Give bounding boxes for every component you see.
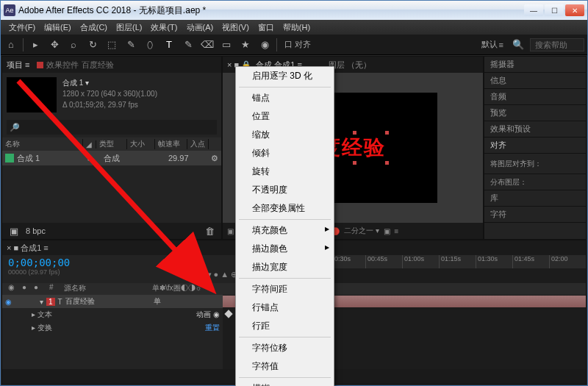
col-in[interactable]: 入点	[187, 139, 209, 149]
ctx-item[interactable]: 行距	[236, 317, 334, 335]
ctx-item[interactable]: 旋转	[236, 162, 334, 181]
menu-help[interactable]: 帮助(H)	[279, 21, 314, 35]
panel-audio[interactable]: 音频	[484, 89, 586, 105]
item-name: 合成 1	[17, 153, 85, 164]
viewer-grid-icon[interactable]: ▣	[384, 227, 390, 235]
camera-tool[interactable]: ⬚	[104, 37, 119, 52]
panel-info[interactable]: 信息	[484, 73, 586, 89]
layer-text-group[interactable]: ▸ 文本 动画 ◉	[2, 308, 223, 321]
tick: 00:45s	[365, 255, 402, 268]
col-size[interactable]: 大小	[127, 139, 155, 149]
tab-effect-controls[interactable]: 效果控件 百度经验	[37, 60, 113, 71]
hand-tool[interactable]: ✥	[47, 37, 62, 52]
tl-search-icon[interactable]: 🔎	[195, 270, 205, 279]
ctx-item[interactable]: 不透明度	[236, 181, 334, 199]
min-button[interactable]: —	[524, 4, 543, 16]
ctx-item[interactable]: 字符间距	[236, 280, 334, 299]
viewer-resolution[interactable]: 二分之一 ▾	[344, 226, 379, 236]
ctx-item[interactable]: 行锚点	[236, 299, 334, 317]
layer-row-1[interactable]: ◉ ▾ 1 T 百度经验 单	[2, 295, 223, 308]
eye-icon[interactable]: ◉	[5, 298, 12, 306]
menu-effect[interactable]: 效果(T)	[147, 21, 181, 35]
selection-handle[interactable]	[385, 161, 389, 165]
col-name[interactable]: 名称	[2, 139, 83, 149]
ctx-item[interactable]: 字符值	[236, 357, 334, 376]
roto-tool[interactable]: ◉	[257, 37, 272, 52]
col-tag[interactable]: ◢	[83, 140, 96, 149]
ctx-item[interactable]: 缩放	[236, 126, 334, 144]
menu-anim[interactable]: 动画(A)	[183, 21, 218, 35]
current-timecode[interactable]: 0;00;00;00	[8, 257, 189, 268]
menu-comp[interactable]: 合成(C)	[76, 21, 111, 35]
menu-view[interactable]: 视图(V)	[218, 21, 253, 35]
brush-tool[interactable]: ⌫	[200, 37, 215, 52]
ctx-item[interactable]: 描边宽度	[236, 258, 334, 276]
selection-handle[interactable]	[385, 131, 389, 135]
max-button[interactable]: ☐	[545, 4, 564, 16]
zoom-tool[interactable]: ⌕	[66, 37, 81, 52]
tab-project[interactable]: 项目 ≡	[7, 60, 29, 71]
col-fps[interactable]: 帧速率	[155, 139, 187, 149]
ctx-item[interactable]: 描边颜色	[236, 240, 334, 258]
rotate-tool[interactable]: ↻	[85, 37, 100, 52]
help-search[interactable]	[530, 38, 584, 51]
panel-align[interactable]: 对齐	[484, 137, 586, 154]
project-filter[interactable]: 🔎	[7, 120, 217, 135]
menu-window[interactable]: 窗口	[254, 21, 278, 35]
menu-layer[interactable]: 图层(L)	[112, 21, 146, 35]
eraser-tool[interactable]: ★	[238, 37, 253, 52]
panel-effects-presets[interactable]: 效果和预设	[484, 121, 586, 137]
panel-library[interactable]: 库	[484, 190, 586, 207]
menu-file[interactable]: 文件(F)	[5, 21, 39, 35]
keyframe-icon[interactable]	[224, 310, 232, 318]
ctx-item[interactable]: 启用逐字 3D 化	[236, 67, 334, 85]
ctx-item[interactable]: 倾斜	[236, 144, 334, 162]
comp-name[interactable]: 合成 1 ▾	[62, 77, 157, 88]
shape-tool[interactable]: ⬯	[143, 37, 157, 52]
interpret-footage-icon[interactable]: ▣	[7, 224, 21, 238]
home-icon[interactable]: ⌂	[4, 37, 18, 52]
layer-type-icon: T	[58, 298, 62, 306]
selection-handle[interactable]	[353, 161, 356, 165]
layer-switch-cols: ◉●●	[2, 283, 46, 295]
comp-thumbnail[interactable]	[7, 77, 57, 112]
tl-shy-icon[interactable]: ●	[214, 270, 219, 279]
animate-button[interactable]: 动画 ◉	[196, 310, 220, 320]
animate-context-menu[interactable]: 启用逐字 3D 化锚点位置缩放倾斜旋转不透明度全部变换属性填充颜色描边颜色描边宽…	[235, 66, 334, 386]
selection-handle[interactable]	[353, 131, 356, 135]
clone-tool[interactable]: ▭	[219, 37, 234, 52]
menu-edit[interactable]: 编辑(E)	[40, 21, 75, 35]
ctx-item[interactable]: 位置	[236, 107, 334, 126]
source-name-col[interactable]: 源名称	[61, 283, 149, 295]
ctx-item[interactable]: 锚点	[236, 89, 334, 107]
panel-wiggler[interactable]: 摇摄器	[484, 57, 586, 73]
timeline-tab[interactable]: × ■ 合成1 ≡	[7, 243, 49, 254]
layer-transform-group[interactable]: ▸ 变换 重置	[2, 321, 223, 335]
help-search-input[interactable]	[535, 40, 579, 49]
ctx-item[interactable]: 全部变换属性	[236, 199, 334, 218]
tl-frameblend-icon[interactable]: ▲	[220, 270, 229, 279]
window-titlebar[interactable]: Ae Adobe After Effects CC 2018 - 无标题项目.a…	[1, 1, 587, 20]
anchor-tool[interactable]: ✎	[123, 37, 138, 52]
pen-tool[interactable]: ✎	[181, 37, 196, 52]
col-type[interactable]: 类型	[96, 139, 127, 149]
viewer-menu-icon[interactable]: ≡	[395, 227, 399, 235]
ctx-item[interactable]: 字符位移	[236, 339, 334, 357]
snap-toggle[interactable]: 口 对齐	[282, 39, 314, 50]
selection-tool[interactable]: ▸	[28, 37, 43, 52]
project-item-comp1[interactable]: 合成 1 ■ 合成 29.97 ⚙	[2, 151, 221, 165]
ctx-item[interactable]: 填充颜色	[236, 221, 334, 240]
viewer-layer-label[interactable]: 图层 （无）	[329, 60, 371, 71]
panel-preview[interactable]: 预览	[484, 105, 586, 121]
close-button[interactable]: ✕	[565, 4, 584, 16]
reset-button[interactable]: 重置	[179, 323, 220, 333]
trash-icon[interactable]: 🗑	[202, 224, 217, 238]
viewer-mag-icon[interactable]: ▣	[227, 227, 234, 235]
tick: 02:00	[549, 255, 586, 268]
bit-depth[interactable]: 8 bpc	[26, 226, 46, 235]
workspace-mode[interactable]: 默认 ≡	[478, 39, 506, 50]
tl-filter-icon[interactable]: ▾	[207, 270, 212, 279]
ctx-item[interactable]: 模糊	[236, 379, 334, 386]
panel-character[interactable]: 字符	[484, 207, 586, 223]
type-tool[interactable]: T	[162, 37, 176, 52]
